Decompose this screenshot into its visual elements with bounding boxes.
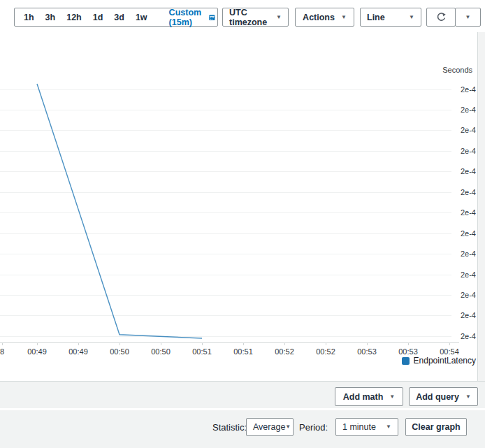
clear-graph-label: Clear graph: [412, 422, 460, 432]
chevron-down-icon: ▼: [386, 424, 391, 430]
add-query-button[interactable]: Add query ▼: [409, 387, 478, 406]
clear-graph-button[interactable]: Clear graph: [405, 418, 467, 436]
chevron-down-icon: ▼: [465, 394, 471, 400]
chevron-down-icon: ▼: [389, 394, 395, 400]
add-math-button[interactable]: Add math ▼: [335, 387, 403, 406]
period-value: 1 minute: [342, 422, 376, 432]
legend-series-label: EndpointLatency: [414, 356, 476, 366]
legend-color-swatch: [402, 357, 410, 365]
legend[interactable]: EndpointLatency: [402, 356, 476, 366]
query-actions-bar: Add math ▼ Add query ▼: [0, 381, 485, 408]
statistic-value: Average: [253, 422, 285, 432]
period-label: Period:: [299, 422, 328, 433]
series-plot: [0, 0, 485, 381]
right-margin: [478, 32, 485, 381]
statistic-period-bar: Statistic: Average ▼ Period: 1 minute ▼ …: [0, 410, 485, 448]
statistic-select[interactable]: Average ▼: [246, 418, 294, 436]
statistic-label: Statistic:: [212, 422, 247, 433]
series-line-EndpointLatency: [37, 84, 202, 338]
metric-line-chart[interactable]: Seconds 2e-42e-42e-42e-42e-42e-42e-42e-4…: [0, 0, 485, 381]
add-query-label: Add query: [416, 392, 459, 402]
add-math-label: Add math: [343, 392, 384, 402]
period-select[interactable]: 1 minute ▼: [335, 418, 398, 436]
chevron-down-icon: ▼: [285, 424, 291, 430]
